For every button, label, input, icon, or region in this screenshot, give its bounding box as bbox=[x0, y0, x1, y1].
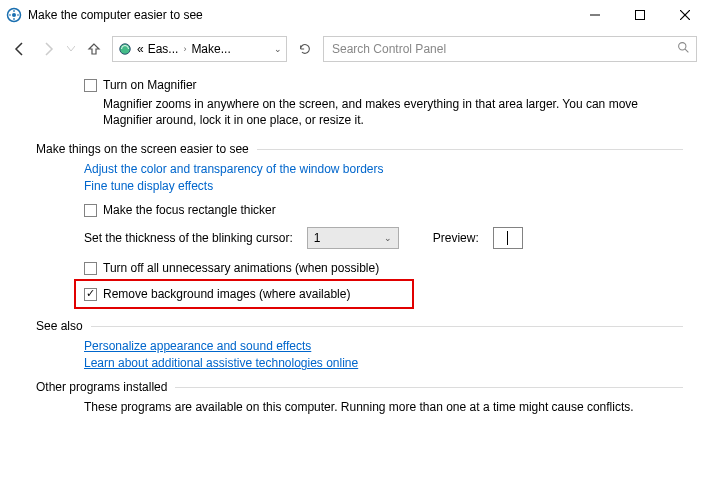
remove-bg-row: Remove background images (where availabl… bbox=[84, 287, 404, 301]
other-programs-desc: These programs are available on this com… bbox=[84, 400, 683, 414]
content-area: Turn on Magnifier Magnifier zooms in any… bbox=[0, 72, 707, 414]
see-also-title: See also bbox=[36, 319, 91, 333]
turn-on-magnifier-label: Turn on Magnifier bbox=[103, 78, 197, 92]
chevron-right-icon: › bbox=[183, 44, 186, 54]
turn-off-animations-checkbox[interactable] bbox=[84, 262, 97, 275]
link-assistive-tech[interactable]: Learn about additional assistive technol… bbox=[84, 356, 683, 370]
back-button[interactable] bbox=[10, 39, 30, 59]
address-bar[interactable]: « Eas... › Make... ⌄ bbox=[112, 36, 287, 62]
breadcrumb-prefix: « bbox=[137, 42, 144, 56]
cursor-thickness-label: Set the thickness of the blinking cursor… bbox=[84, 231, 293, 245]
magnifier-description: Magnifier zooms in anywhere on the scree… bbox=[103, 96, 683, 128]
section-easier-to-see: Make things on the screen easier to see bbox=[36, 142, 683, 156]
maximize-button[interactable] bbox=[617, 0, 662, 30]
cursor-thickness-value: 1 bbox=[314, 231, 321, 245]
search-input[interactable] bbox=[330, 41, 677, 57]
breadcrumb-item-2[interactable]: Make... bbox=[191, 42, 230, 56]
focus-rectangle-checkbox[interactable] bbox=[84, 204, 97, 217]
address-dropdown-icon[interactable]: ⌄ bbox=[274, 44, 282, 54]
preview-label: Preview: bbox=[433, 231, 479, 245]
minimize-button[interactable] bbox=[572, 0, 617, 30]
focus-rectangle-row: Make the focus rectangle thicker bbox=[84, 203, 683, 217]
svg-line-8 bbox=[685, 49, 688, 52]
forward-button[interactable] bbox=[38, 39, 58, 59]
turn-off-animations-label: Turn off all unnecessary animations (whe… bbox=[103, 261, 379, 275]
control-panel-small-icon bbox=[117, 41, 133, 57]
other-programs-title: Other programs installed bbox=[36, 380, 175, 394]
chevron-down-icon: ⌄ bbox=[384, 233, 392, 243]
recent-dropdown-icon[interactable] bbox=[66, 39, 76, 59]
divider bbox=[257, 149, 683, 150]
breadcrumb-item-1[interactable]: Eas... bbox=[148, 42, 179, 56]
section-easier-title: Make things on the screen easier to see bbox=[36, 142, 257, 156]
cursor-thickness-dropdown[interactable]: 1 ⌄ bbox=[307, 227, 399, 249]
close-button[interactable] bbox=[662, 0, 707, 30]
divider bbox=[91, 326, 683, 327]
focus-rectangle-label: Make the focus rectangle thicker bbox=[103, 203, 276, 217]
svg-point-1 bbox=[12, 13, 16, 17]
turn-on-magnifier-checkbox[interactable] bbox=[84, 79, 97, 92]
turn-off-animations-row: Turn off all unnecessary animations (whe… bbox=[84, 261, 683, 275]
svg-point-7 bbox=[679, 43, 686, 50]
section-other-programs: Other programs installed bbox=[36, 380, 683, 394]
section-see-also: See also bbox=[36, 319, 683, 333]
highlighted-option: Remove background images (where availabl… bbox=[74, 279, 414, 309]
remove-bg-label: Remove background images (where availabl… bbox=[103, 287, 350, 301]
cursor-thickness-row: Set the thickness of the blinking cursor… bbox=[84, 227, 683, 249]
nav-toolbar: « Eas... › Make... ⌄ bbox=[0, 30, 707, 72]
search-box[interactable] bbox=[323, 36, 697, 62]
cursor-preview bbox=[493, 227, 523, 249]
refresh-button[interactable] bbox=[295, 39, 315, 59]
window-title: Make the computer easier to see bbox=[28, 8, 203, 22]
title-bar: Make the computer easier to see bbox=[0, 0, 707, 30]
up-button[interactable] bbox=[84, 39, 104, 59]
divider bbox=[175, 387, 683, 388]
link-personalize[interactable]: Personalize appearance and sound effects bbox=[84, 339, 683, 353]
link-fine-tune[interactable]: Fine tune display effects bbox=[84, 179, 683, 193]
svg-rect-3 bbox=[635, 11, 644, 20]
link-adjust-color[interactable]: Adjust the color and transparency of the… bbox=[84, 162, 683, 176]
control-panel-icon bbox=[6, 7, 22, 23]
search-icon bbox=[677, 41, 690, 57]
remove-bg-checkbox[interactable] bbox=[84, 288, 97, 301]
turn-on-magnifier-row: Turn on Magnifier bbox=[84, 78, 683, 92]
